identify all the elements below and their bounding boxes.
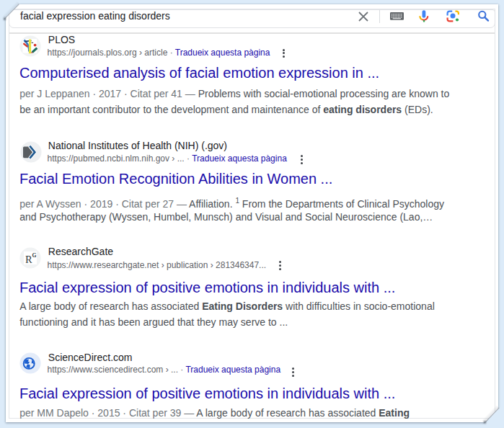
svg-text:R: R bbox=[25, 254, 32, 265]
svg-text:G: G bbox=[32, 252, 37, 259]
